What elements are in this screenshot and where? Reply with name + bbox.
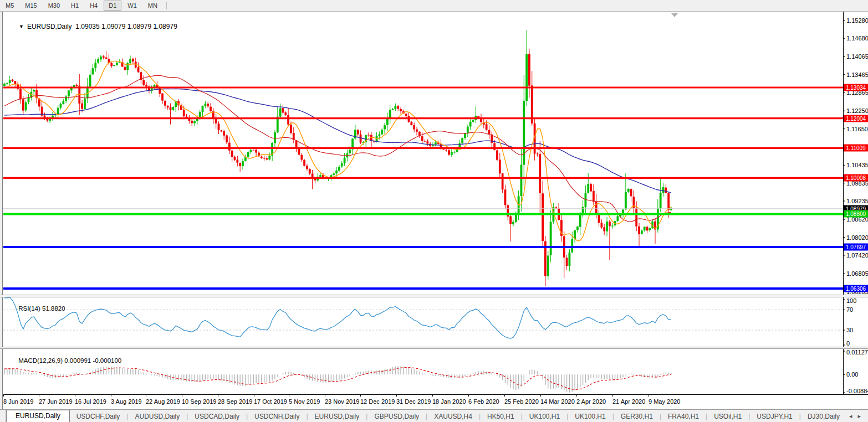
price-chart-svg[interactable]	[0, 12, 868, 409]
timeframe-button-h1[interactable]: H1	[66, 1, 84, 11]
indicator-axis-tick: 70	[846, 306, 853, 313]
rsi-name: RSI(14)	[18, 305, 40, 312]
chart-tab-usdcnh-daily[interactable]: USDCNH,Daily	[248, 411, 306, 422]
timeframe-button-m5[interactable]: M5	[1, 1, 19, 11]
price-axis-tick: 1.07420	[846, 252, 868, 259]
price-axis-tick: 1.15280	[846, 17, 868, 24]
price-axis-tick: 1.13465	[846, 71, 868, 78]
indicator-axis-tick: 0	[846, 340, 850, 347]
support-level-tag: 1.08800	[844, 210, 868, 218]
timeframe-toolbar: M5M15M30H1H4D1W1MN	[0, 0, 868, 12]
chart-tab-hk50-h1[interactable]: HK50,H1	[481, 411, 521, 422]
date-axis-label: 17 Oct 2019	[254, 398, 287, 405]
date-axis-label: 14 Mar 2020	[540, 398, 575, 405]
price-axis-tick: 1.11650	[846, 126, 868, 132]
toolbar-divider	[166, 2, 167, 9]
timeframe-button-h4[interactable]: H4	[85, 1, 103, 11]
chart-tab-usoil-h1[interactable]: USOil,H1	[707, 411, 748, 422]
resistance-level-tag: 1.10008	[844, 174, 868, 182]
chart-tab-bar: EURUSD,DailyUSDCHF,Daily|AUDUSD,Daily|US…	[0, 409, 868, 422]
chart-canvas[interactable]: ▼EURUSD,Daily 1.09035 1.09079 1.08979 1.…	[0, 12, 868, 409]
macd-name: MACD(12,26,9)	[18, 357, 63, 364]
chart-tab-usdchf-daily[interactable]: USDCHF,Daily	[70, 411, 127, 422]
tab-scroll-arrows: ◂▸	[846, 410, 868, 422]
resistance-level-tag: 1.11009	[844, 145, 868, 152]
price-axis-tick: 1.06805	[846, 270, 868, 277]
price-axis-tick: 1.12250	[846, 107, 868, 114]
chart-tab-dj30-daily[interactable]: DJ30,Daily	[801, 411, 846, 422]
date-axis-label: 10 Sep 2019	[182, 398, 216, 405]
date-axis-label: 9 May 2020	[649, 398, 680, 405]
indicator-axis-tick: 30	[846, 327, 853, 333]
resistance-level-tag: 1.12004	[844, 115, 868, 122]
chart-symbol: EURUSD,Daily	[27, 23, 72, 30]
tab-scroll-left-icon[interactable]: ◂	[846, 413, 855, 420]
date-axis-label: 21 Apr 2020	[612, 398, 645, 405]
price-axis-tick: 1.10435	[846, 162, 868, 168]
mt4-window: M5M15M30H1H4D1W1MN ▼EURUSD,Daily 1.09035…	[0, 0, 868, 422]
date-axis-label: 12 Dec 2019	[360, 398, 395, 405]
indicator-axis-tick: 0.011277	[846, 349, 868, 356]
date-axis-label: 2 Apr 2020	[576, 398, 606, 405]
date-axis-label: 18 Jan 2020	[432, 398, 466, 405]
chart-tab-fra40-h1[interactable]: FRA40,H1	[661, 411, 706, 422]
chart-tab-usdcad-daily[interactable]: USDCAD,Daily	[188, 411, 246, 422]
date-axis-label: 22 Aug 2019	[146, 398, 180, 405]
tabbar-notch	[0, 410, 6, 422]
price-axis-tick: 1.14065	[846, 53, 868, 60]
chart-tab-audusd-daily[interactable]: AUDUSD,Daily	[128, 411, 186, 422]
rsi-indicator-label: RSI(14) 51.8820	[8, 299, 65, 318]
date-axis-label: 3 Aug 2019	[111, 398, 142, 405]
date-axis-label: 27 Jun 2019	[39, 398, 73, 405]
price-axis-tick: 1.14680	[846, 35, 868, 42]
tab-scroll-right-icon[interactable]: ▸	[855, 413, 864, 420]
timeframe-button-w1[interactable]: W1	[122, 1, 142, 11]
chart-tab-eurusd-daily[interactable]: EURUSD,Daily	[6, 410, 70, 422]
chart-ohlc-values: 1.09035 1.09079 1.08979 1.08979	[75, 23, 177, 30]
timeframe-button-m30[interactable]: M30	[43, 1, 65, 11]
price-axis-tick: 1.08020	[846, 234, 868, 241]
chart-tab-gbpusd-daily[interactable]: GBPUSD,Daily	[367, 411, 426, 422]
support-level-tag: 1.07697	[844, 244, 868, 251]
timeframe-button-d1[interactable]: D1	[104, 1, 121, 11]
chart-tab-uk100-h1[interactable]: UK100,H1	[523, 411, 566, 422]
chart-tab-eurusd-daily[interactable]: EURUSD,Daily	[308, 411, 366, 422]
date-axis-label: 5 Nov 2019	[289, 398, 320, 405]
indicator-axis-tick: -0.008845	[846, 388, 868, 394]
timeframe-button-mn[interactable]: MN	[143, 1, 162, 11]
support-level-tag: 1.06306	[844, 285, 868, 292]
indicator-axis-tick: 0.00	[846, 371, 858, 378]
chart-tab-xauusd-h4[interactable]: XAUUSD,H4	[427, 411, 479, 422]
date-axis-label: 28 Sep 2019	[218, 398, 252, 405]
date-axis-label: 31 Dec 2019	[396, 398, 431, 405]
date-axis-label: 25 Feb 2020	[504, 398, 539, 405]
macd-values: 0.000991 -0.000100	[64, 357, 121, 364]
resistance-level-tag: 1.13034	[844, 84, 868, 91]
chart-tab-ger30-h1[interactable]: GER30,H1	[614, 411, 660, 422]
date-axis-label: 16 Jul 2019	[75, 398, 106, 405]
date-axis-label: 6 Feb 2020	[468, 398, 499, 405]
symbol-dropdown-icon[interactable]: ▼	[19, 24, 24, 29]
timeframe-button-m15[interactable]: M15	[20, 1, 42, 11]
price-axis-tick: 1.09235	[846, 198, 868, 204]
macd-indicator-label: MACD(12,26,9) 0.000991 -0.000100	[8, 351, 121, 370]
indicator-axis-tick: 100	[846, 297, 856, 304]
chart-tab-usdjpy-h1[interactable]: USDJPY,H1	[750, 411, 799, 422]
chart-title: ▼EURUSD,Daily 1.09035 1.09079 1.08979 1.…	[8, 15, 177, 38]
chart-tab-uk100-h1[interactable]: UK100,H1	[568, 411, 612, 422]
rsi-value: 51.8820	[42, 305, 65, 312]
date-axis-label: 8 Jun 2019	[3, 398, 33, 405]
date-axis-label: 23 Nov 2019	[325, 398, 359, 405]
chart-shift-marker-icon[interactable]	[671, 13, 678, 17]
